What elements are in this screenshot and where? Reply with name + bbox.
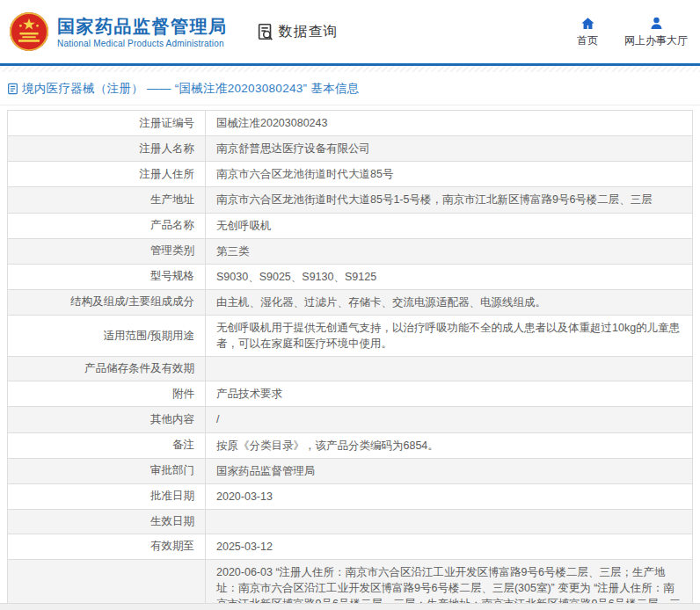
table-row: 注册人住所南京市六合区龙池街道时代大道85号 <box>8 162 693 187</box>
table-row: 有效期至2025-03-12 <box>8 534 693 559</box>
top-nav: 首页 网上办事大厅 <box>577 16 688 48</box>
row-value: 南京舒普思达医疗设备有限公司 <box>206 136 693 162</box>
table-row: 批准日期2020-03-13 <box>8 483 693 509</box>
person-icon <box>649 16 664 31</box>
table-row: 注册人名称南京舒普思达医疗设备有限公司 <box>8 136 693 162</box>
row-label: 生效日期 <box>8 509 206 534</box>
nav-home[interactable]: 首页 <box>577 16 598 48</box>
row-value: 2020-03-13 <box>206 483 693 509</box>
site-header: 国家药品监督管理局 National Medical Products Admi… <box>0 0 700 63</box>
table-row: 生效日期 <box>8 509 693 534</box>
row-label: 备注 <box>8 432 206 458</box>
row-value: 第三类 <box>206 238 693 264</box>
table-row: 附件产品技术要求 <box>8 381 693 407</box>
site-title: 国家药品监督管理局 <box>57 16 228 38</box>
row-label: 注册证编号 <box>8 111 206 136</box>
row-label: 有效期至 <box>8 534 206 559</box>
row-value <box>206 357 693 381</box>
row-label: 生产地址 <box>8 187 206 213</box>
row-value: 南京市六合区龙池街道时代大道85号 <box>206 162 693 187</box>
row-label: 结构及组成/主要组成成分 <box>8 289 206 315</box>
row-label: 产品名称 <box>8 213 206 238</box>
row-value <box>206 509 693 534</box>
row-value: 国械注准20203080243 <box>206 111 693 136</box>
page-title: 境内医疗器械（注册） —— “国械注准20203080243” 基本信息 <box>22 81 360 97</box>
nav-online-hall-label: 网上办事大厅 <box>624 33 688 48</box>
row-value: 无创呼吸机用于提供无创通气支持，以治疗呼吸功能不全的成人患者以及体重超过10kg… <box>206 316 693 357</box>
table-row: 产品名称无创呼吸机 <box>8 213 693 238</box>
row-label: 注册人住所 <box>8 162 206 187</box>
row-value: S9030、S9025、S9130、S9125 <box>206 264 693 289</box>
home-icon <box>580 16 595 31</box>
registration-info-table: 注册证编号国械注准20203080243注册人名称南京舒普思达医疗设备有限公司注… <box>7 110 693 610</box>
row-label: 管理类别 <box>8 238 206 264</box>
row-value: 无创呼吸机 <box>206 213 693 238</box>
table-row: 其他内容/ <box>8 407 693 432</box>
table-row: 管理类别第三类 <box>8 238 693 264</box>
table-row: 审批部门国家药品监督管理局 <box>8 458 693 483</box>
row-label: 其他内容 <box>8 407 206 432</box>
table-row: 注册证编号国械注准20203080243 <box>8 111 693 136</box>
table-row: 型号规格S9030、S9025、S9130、S9125 <box>8 264 693 289</box>
table-row: 备注按原《分类目录》，该产品分类编码为6854。 <box>8 432 693 458</box>
table-row: 生产地址南京市六合区龙池街道时代大道85号1-5号楼，南京市江北新区博富路9号6… <box>8 187 693 213</box>
hatch-texture-band <box>0 66 700 72</box>
row-value: 南京市六合区龙池街道时代大道85号1-5号楼，南京市江北新区博富路9号6号楼二层… <box>206 187 693 213</box>
table-row: 产品储存条件及有效期 <box>8 357 693 381</box>
row-value: 国家药品监督管理局 <box>206 458 693 483</box>
document-search-icon <box>256 22 275 41</box>
site-subtitle: National Medical Products Administration <box>57 39 228 48</box>
row-label: 型号规格 <box>8 264 206 289</box>
row-value: 由主机、湿化器、过滤片、存储卡、交流电源适配器、电源线组成。 <box>206 289 693 315</box>
row-label: 注册人名称 <box>8 136 206 162</box>
row-value: / <box>206 407 693 432</box>
row-value: 按原《分类目录》，该产品分类编码为6854。 <box>206 432 693 458</box>
row-label: 适用范围/预期用途 <box>8 316 206 357</box>
data-query-label: 数据查询 <box>279 23 339 41</box>
national-emblem-icon <box>9 11 49 52</box>
site-title-block: 国家药品监督管理局 National Medical Products Admi… <box>57 16 228 48</box>
site-logo[interactable]: 国家药品监督管理局 National Medical Products Admi… <box>9 11 228 52</box>
document-icon <box>7 83 18 95</box>
table-row: 适用范围/预期用途无创呼吸机用于提供无创通气支持，以治疗呼吸功能不全的成人患者以… <box>8 316 693 357</box>
breadcrumb: 境内医疗器械（注册） —— “国械注准20203080243” 基本信息 <box>0 72 700 105</box>
row-label: 附件 <box>8 381 206 407</box>
table-row: 结构及组成/主要组成成分由主机、湿化器、过滤片、存储卡、交流电源适配器、电源线组… <box>8 289 693 315</box>
row-value: 产品技术要求 <box>206 381 693 407</box>
row-label: 审批部门 <box>8 458 206 483</box>
nav-online-hall[interactable]: 网上办事大厅 <box>624 16 688 48</box>
footer-strip <box>0 603 700 610</box>
nav-home-label: 首页 <box>577 33 598 48</box>
row-label: 批准日期 <box>8 483 206 509</box>
row-value: 2025-03-12 <box>206 534 693 559</box>
row-label: 产品储存条件及有效期 <box>8 357 206 381</box>
page: 国家药品监督管理局 National Medical Products Admi… <box>0 0 700 610</box>
data-query-nav[interactable]: 数据查询 <box>256 22 339 41</box>
